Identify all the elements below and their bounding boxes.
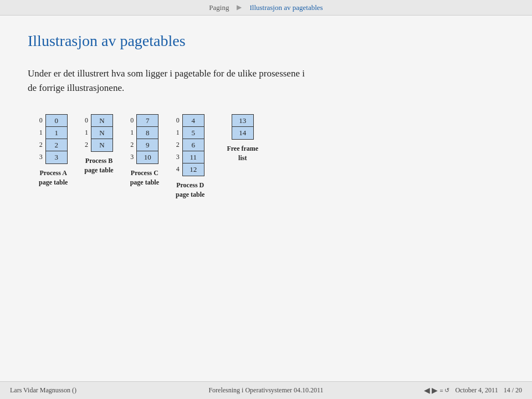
process-b-table-wrapper: 0 1 2 N N N [85,114,113,152]
pc-cell-0: 7 [137,115,158,127]
free-frame-group: 13 14 Free framelist [227,114,258,163]
process-d-group: 0 1 2 3 4 4 5 6 11 12 Process Dpage tabl… [176,114,204,200]
pd-cell-4: 12 [183,163,204,176]
index-3: 3 [176,151,181,163]
process-d-indices: 0 1 2 3 4 [176,114,181,175]
page-title: Illustrasjon av pagetables [28,32,504,50]
pa-cell-2: 2 [46,139,67,151]
index-1: 1 [85,126,90,139]
pa-cell-3: 3 [46,151,67,163]
process-c-group: 0 1 2 3 7 8 9 10 Process Cpage table [130,114,159,187]
index-3: 3 [130,151,135,163]
process-b-indices: 0 1 2 [85,114,90,151]
free-frame-label: Free framelist [227,144,258,163]
pa-cell-1: 1 [46,127,67,139]
bottom-bar: Lars Vidar Magnusson () Forelesning i Op… [0,381,532,399]
index-2: 2 [130,139,135,151]
process-c-indices: 0 1 2 3 [130,114,135,163]
index-4: 4 [176,163,181,175]
pd-cell-2: 6 [183,139,204,151]
process-a-table: 0 1 2 3 [45,114,68,164]
pd-cell-3: 11 [183,151,204,163]
footer-center: Forelesning i Operativsystemer 04.10.201… [208,386,323,395]
pd-cell-1: 5 [183,127,204,139]
process-d-table-wrapper: 0 1 2 3 4 4 5 6 11 12 [176,114,204,176]
pd-cell-0: 4 [183,115,204,127]
nav-refresh-icon[interactable]: ↺ [444,387,449,394]
pa-cell-0: 0 [46,115,67,127]
body-line2: de forrige illustrasjonene. [28,83,124,93]
nav-prev-icon[interactable]: ◀ [424,386,430,395]
body-line1: Under er det illustrert hva som ligger i… [28,68,305,79]
pc-cell-3: 10 [137,151,158,163]
index-2: 2 [176,139,181,151]
process-a-group: 0 1 2 3 0 1 2 3 Process Apage table [39,114,68,187]
process-a-label: Process Apage table [39,168,68,187]
nav-icons: ◀ ▶ ≡ ↺ [424,386,449,395]
main-content: Illustrasjon av pagetables Under er det … [0,16,532,381]
process-a-table-wrapper: 0 1 2 3 0 1 2 3 [39,114,68,164]
top-bar: Paging ▶ Illustrasjon av pagetables [0,0,532,16]
pb-cell-1: N [91,127,112,139]
index-2: 2 [39,139,44,151]
ff-cell-1: 14 [232,127,253,139]
pc-cell-2: 9 [137,139,158,151]
footer-center-group: Forelesning i Operativsystemer 04.10.201… [208,386,323,395]
process-c-label: Process Cpage table [130,168,159,187]
index-3: 3 [39,151,44,163]
diagram-area: 0 1 2 3 0 1 2 3 Process Apage table 0 [39,114,504,200]
nav-equiv-icon[interactable]: ≡ [439,387,443,394]
process-c-table-wrapper: 0 1 2 3 7 8 9 10 [130,114,158,164]
ff-cell-0: 13 [232,115,253,127]
index-0: 0 [39,114,44,126]
tab-paging[interactable]: Paging [201,1,237,14]
process-c-table: 7 8 9 10 [136,114,158,164]
process-d-table: 4 5 6 11 12 [182,114,204,176]
index-0: 0 [85,114,90,126]
index-1: 1 [176,126,181,139]
index-2: 2 [85,139,90,151]
free-frame-table: 13 14 [232,114,254,140]
footer-page: 14 / 20 [504,386,522,395]
pb-cell-2: N [91,139,112,151]
process-b-label: Process Bpage table [84,156,113,175]
process-b-group: 0 1 2 N N N Process Bpage table [84,114,113,175]
tab-active[interactable]: Illustrasjon av pagetables [242,1,330,14]
index-1: 1 [39,126,44,139]
footer-right-group: ◀ ▶ ≡ ↺ October 4, 2011 14 / 20 [424,386,522,395]
index-0: 0 [176,114,181,126]
footer-left: Lars Vidar Magnusson () [10,386,76,395]
pc-cell-1: 8 [137,127,158,139]
index-0: 0 [130,114,135,126]
process-b-table: N N N [91,114,113,152]
pb-cell-0: N [91,115,112,127]
body-text: Under er det illustrert hva som ligger i… [28,66,482,95]
process-a-indices: 0 1 2 3 [39,114,44,163]
index-1: 1 [130,126,135,139]
process-d-label: Process Dpage table [176,181,204,200]
nav-prev2-icon[interactable]: ▶ [432,386,438,395]
footer-date: October 4, 2011 [455,386,498,395]
